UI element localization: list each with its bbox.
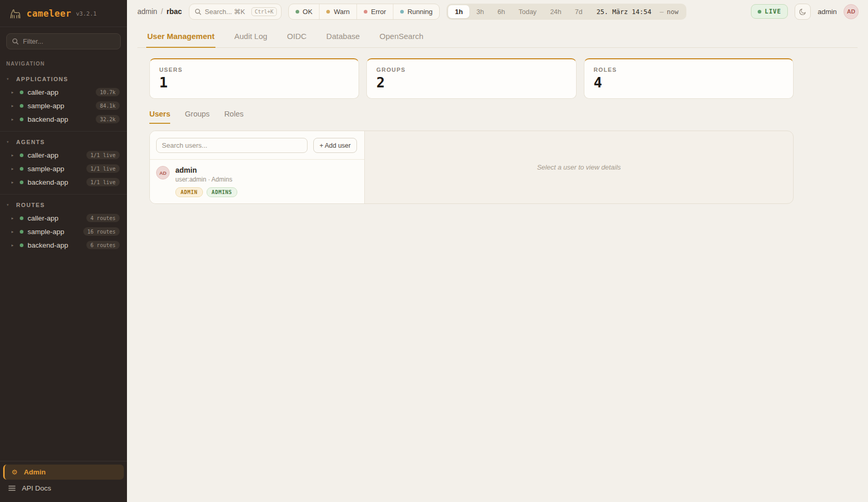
sidebar-filter-box[interactable]	[6, 33, 121, 49]
sidebar-item-routes-sample-app[interactable]: ▸ sample-app 16 routes	[4, 225, 123, 238]
breadcrumb-parent[interactable]: admin	[137, 7, 157, 16]
sidebar-filter-input[interactable]	[23, 37, 115, 45]
sidebar-item-api-docs[interactable]: API Docs	[3, 481, 124, 496]
chevron-right-icon: ▸	[11, 117, 16, 122]
subtab-roles[interactable]: Roles	[224, 110, 244, 124]
live-status-badge[interactable]: LIVE	[751, 4, 788, 19]
nav-group-header-routes[interactable]: ▾ ROUTES	[4, 199, 123, 211]
time-range-3h[interactable]: 3h	[469, 5, 490, 18]
groups-count: 2	[376, 74, 566, 91]
sidebar-item-agents-sample-app[interactable]: ▸ sample-app 1/1 live	[4, 162, 123, 175]
time-range-group: 1h 3h 6h Today 24h 7d 25. März 14:54 — n…	[446, 4, 686, 20]
sidebar-item-admin[interactable]: ⚙ Admin	[3, 465, 124, 480]
global-search-box[interactable]: Ctrl+K	[189, 4, 282, 20]
content-area: USERS 1 GROUPS 2 ROLES 4 Users Groups Ro…	[127, 48, 794, 204]
sidebar-item-applications-sample-app[interactable]: ▸ sample-app 84.1k	[4, 99, 123, 112]
stat-card-groups[interactable]: GROUPS 2	[366, 58, 576, 99]
count-badge: 32.2k	[96, 115, 120, 123]
time-range-1h[interactable]: 1h	[448, 5, 469, 18]
status-dot-icon	[20, 243, 23, 247]
time-range-7d[interactable]: 7d	[568, 5, 589, 18]
sidebar-item-agents-caller-app[interactable]: ▸ caller-app 1/1 live	[4, 148, 123, 162]
warn-dot-icon	[326, 10, 330, 14]
user-detail-column: Select a user to view details	[365, 131, 793, 203]
status-filter-ok[interactable]: OK	[289, 4, 320, 19]
stat-card-users[interactable]: USERS 1	[149, 58, 359, 99]
count-badge: 6 routes	[86, 241, 120, 249]
error-dot-icon	[364, 10, 367, 14]
nav-group-header-agents[interactable]: ▾ AGENTS	[4, 136, 123, 148]
sidebar-item-applications-caller-app[interactable]: ▸ caller-app 10.7k	[4, 85, 123, 99]
nav-group-applications: ▾ APPLICATIONS ▸ caller-app 10.7k ▸ samp…	[0, 69, 127, 132]
camel-logo-icon	[8, 7, 22, 20]
sidebar-item-applications-backend-app[interactable]: ▸ backend-app 32.2k	[4, 112, 123, 126]
status-dot-icon	[20, 104, 23, 108]
breadcrumb: admin / rbac	[137, 7, 182, 16]
avatar: AD	[156, 166, 170, 179]
user-list-item-admin[interactable]: AD admin user:admin · Admins ADMIN ADMIN…	[150, 160, 364, 203]
status-dot-icon	[20, 118, 23, 121]
subtab-groups[interactable]: Groups	[185, 110, 210, 124]
time-range-24h[interactable]: 24h	[543, 5, 568, 18]
sidebar-item-routes-caller-app[interactable]: ▸ caller-app 4 routes	[4, 211, 123, 225]
live-dot-icon	[758, 10, 761, 14]
count-badge: 1/1 live	[86, 164, 120, 173]
stat-card-roles[interactable]: ROLES 4	[584, 58, 794, 99]
chevron-right-icon: ▸	[11, 104, 16, 108]
subtab-users[interactable]: Users	[149, 110, 170, 124]
theme-toggle-button[interactable]	[795, 4, 811, 20]
count-badge: 4 routes	[86, 214, 120, 222]
time-range-6h[interactable]: 6h	[491, 5, 512, 18]
tab-opensearch[interactable]: OpenSearch	[378, 26, 424, 48]
app-title: cameleer	[27, 8, 71, 19]
chevron-right-icon: ▸	[11, 180, 16, 185]
sidebar-item-routes-backend-app[interactable]: ▸ backend-app 6 routes	[4, 238, 123, 252]
search-icon	[195, 8, 201, 15]
tab-database[interactable]: Database	[325, 26, 361, 48]
sidebar-nav: ▾ APPLICATIONS ▸ caller-app 10.7k ▸ samp…	[0, 69, 127, 461]
count-badge: 84.1k	[96, 101, 120, 110]
chevron-right-icon: ▸	[11, 216, 16, 221]
tab-user-management[interactable]: User Management	[146, 26, 215, 48]
count-badge: 1/1 live	[86, 178, 120, 186]
group-badge-admins: ADMINS	[207, 187, 237, 197]
users-count: 1	[159, 74, 349, 91]
empty-state-text: Select a user to view details	[537, 163, 621, 171]
role-badge-admin: ADMIN	[175, 187, 203, 197]
status-filter-warn[interactable]: Warn	[320, 4, 357, 19]
user-list-column: + Add user AD admin user:admin · Admins …	[150, 131, 365, 203]
stats-row: USERS 1 GROUPS 2 ROLES 4	[149, 58, 794, 99]
add-user-button[interactable]: + Add user	[313, 138, 357, 153]
sidebar-item-agents-backend-app[interactable]: ▸ backend-app 1/1 live	[4, 175, 123, 189]
chevron-down-icon: ▾	[7, 77, 11, 81]
ok-dot-icon	[296, 10, 299, 14]
breadcrumb-current: rbac	[167, 7, 182, 16]
nav-group-header-applications[interactable]: ▾ APPLICATIONS	[4, 73, 123, 85]
nav-group-routes: ▾ ROUTES ▸ caller-app 4 routes ▸ sample-…	[0, 195, 127, 257]
search-icon	[12, 38, 19, 45]
chevron-down-icon: ▾	[7, 140, 11, 144]
tab-audit-log[interactable]: Audit Log	[233, 26, 268, 48]
main-tabs: User Management Audit Log OIDC Database …	[137, 26, 858, 48]
chevron-right-icon: ▸	[11, 166, 16, 171]
topbar: admin / rbac Ctrl+K OK Warn	[127, 0, 868, 23]
status-dot-icon	[20, 181, 23, 184]
global-search-input[interactable]	[205, 8, 248, 16]
count-badge: 1/1 live	[86, 151, 120, 159]
status-dot-icon	[20, 230, 23, 234]
time-range-start: 25. März 14:54	[589, 8, 656, 16]
tab-oidc[interactable]: OIDC	[286, 26, 308, 48]
user-meta: user:admin · Admins	[175, 176, 237, 183]
avatar[interactable]: AD	[844, 4, 859, 19]
app-version: v3.2.1	[76, 10, 97, 17]
running-dot-icon	[400, 10, 404, 14]
time-range-today[interactable]: Today	[512, 5, 543, 18]
status-dot-icon	[20, 153, 23, 157]
chevron-right-icon: ▸	[11, 153, 16, 158]
time-range-end: now	[667, 8, 685, 16]
users-panel: + Add user AD admin user:admin · Admins …	[149, 131, 794, 204]
roles-count: 4	[594, 74, 784, 91]
status-filter-running[interactable]: Running	[393, 4, 439, 19]
user-search-input[interactable]	[156, 138, 308, 153]
status-filter-error[interactable]: Error	[357, 4, 393, 19]
